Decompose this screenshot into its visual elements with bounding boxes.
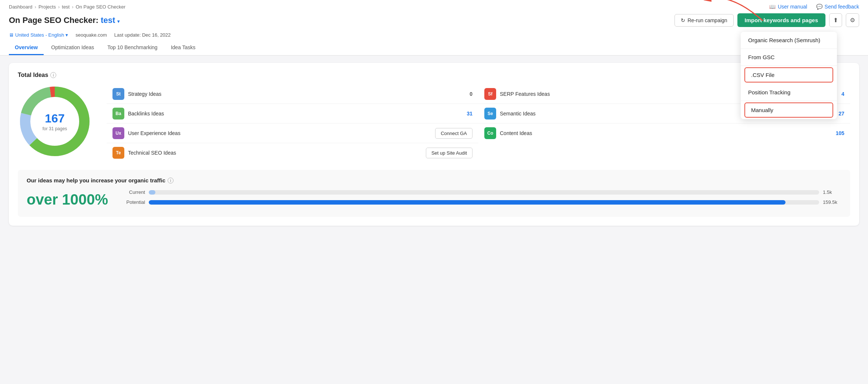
monitor-icon: 🖥 — [9, 32, 14, 38]
idea-technical-label: Technical SEO Ideas — [128, 150, 422, 156]
tabs-row: Overview Optimization Ideas Top 10 Bench… — [9, 41, 859, 55]
idea-content: Co Content Ideas 105 — [478, 124, 850, 143]
breadcrumb-test[interactable]: test — [62, 4, 70, 10]
dropdown-item-manually[interactable]: Manually — [744, 102, 833, 118]
badge-strategy: St — [112, 88, 124, 100]
page-title-accent: test — [101, 16, 115, 25]
dropdown-item-position[interactable]: Position Tracking — [741, 84, 837, 101]
send-feedback-icon: 💬 — [816, 4, 822, 10]
rerun-icon: ↻ — [681, 17, 685, 23]
breadcrumb: Dashboard › Projects › test › On Page SE… — [9, 4, 125, 10]
domain-label: seoquake.com — [75, 32, 107, 38]
import-keywords-button[interactable]: Import keywords and pages — [737, 13, 825, 27]
idea-backlinks-value: 31 — [467, 111, 472, 117]
idea-ux: Ux User Experience Ideas Connect GA — [107, 124, 478, 143]
badge-content: Co — [484, 127, 496, 139]
bar-potential-track — [149, 200, 819, 205]
dropdown-item-organic[interactable]: Organic Research (Semrush) — [741, 32, 837, 49]
import-dropdown: Organic Research (Semrush) From GSC .CSV… — [741, 32, 837, 119]
breadcrumb-current: On Page SEO Checker — [76, 4, 125, 10]
dropdown-item-gsc[interactable]: From GSC — [741, 49, 837, 66]
donut-chart: 167 for 31 pages — [18, 84, 92, 158]
tab-overview[interactable]: Overview — [9, 41, 44, 55]
idea-ux-label: User Experience Ideas — [128, 130, 431, 136]
site-audit-button[interactable]: Set up Site Audit — [426, 148, 472, 158]
traffic-title-label: Our ideas may help you increase your org… — [27, 177, 165, 183]
traffic-section: Our ideas may help you increase your org… — [18, 170, 850, 217]
user-manual-label: User manual — [778, 4, 807, 10]
tab-tasks-label: Idea Tasks — [171, 44, 196, 50]
breadcrumb-sep-2: › — [58, 4, 60, 10]
settings-button[interactable]: ⚙ — [846, 13, 859, 27]
badge-semantic: Se — [484, 108, 496, 119]
tab-optimization-label: Optimization Ideas — [51, 44, 94, 50]
top-links: 📖 User manual 💬 Send feedback — [769, 4, 859, 10]
country-chevron: ▾ — [65, 32, 68, 38]
idea-backlinks-label: Backlinks Ideas — [128, 111, 463, 117]
idea-strategy-label: Strategy Ideas — [128, 91, 466, 97]
traffic-bars: Current 1.5k Potential 159.5k — [123, 189, 841, 209]
bar-current: Current 1.5k — [123, 189, 841, 195]
donut-center: 167 for 31 pages — [43, 112, 67, 131]
rerun-campaign-button[interactable]: ↻ Re-run campaign — [674, 14, 733, 27]
bar-current-label: Current — [123, 189, 145, 195]
badge-ux: Ux — [112, 127, 124, 139]
breadcrumb-sep-1: › — [35, 4, 36, 10]
bar-current-value: 1.5k — [823, 189, 841, 195]
traffic-title: Our ideas may help you increase your org… — [27, 177, 841, 183]
idea-semantic-value: 27 — [838, 111, 844, 117]
total-ideas-title: Total Ideas i — [18, 72, 850, 78]
dropdown-manually-label: Manually — [751, 107, 773, 113]
idea-content-value: 105 — [836, 130, 844, 136]
tab-optimization[interactable]: Optimization Ideas — [45, 41, 100, 55]
connect-ga-button[interactable]: Connect GA — [435, 128, 472, 139]
tab-benchmarking-label: Top 10 Benchmarking — [107, 44, 157, 50]
idea-content-label: Content Ideas — [500, 130, 832, 136]
page-title-chevron[interactable]: ▾ — [117, 19, 120, 24]
rerun-label: Re-run campaign — [687, 17, 727, 23]
ideas-left: St Strategy Ideas 0 Ba Backlinks Ideas 3… — [107, 84, 478, 162]
user-manual-icon: 📖 — [769, 4, 776, 10]
title-actions: ↻ Re-run campaign Import keywords and pa… — [674, 13, 859, 27]
donut-count: 167 — [43, 112, 67, 125]
badge-serp: Sf — [484, 88, 496, 100]
breadcrumb-row: Dashboard › Projects › test › On Page SE… — [9, 0, 859, 11]
badge-backlinks: Ba — [112, 108, 124, 119]
export-button[interactable]: ⬆ — [829, 13, 842, 27]
traffic-body: over 1000% Current 1.5k Potential — [27, 189, 841, 209]
total-ideas-label: Total Ideas — [18, 72, 48, 78]
country-selector[interactable]: 🖥 United States - English ▾ — [9, 32, 68, 38]
dropdown-csv-label: .CSV File — [751, 72, 774, 78]
total-ideas-card: Total Ideas i 167 — [9, 63, 859, 226]
donut-sub: for 31 pages — [43, 126, 67, 131]
idea-technical: Te Technical SEO Ideas Set up Site Audit — [107, 143, 478, 162]
tab-tasks[interactable]: Idea Tasks — [165, 41, 202, 55]
import-label: Import keywords and pages — [745, 17, 818, 23]
idea-backlinks: Ba Backlinks Ideas 31 — [107, 104, 478, 124]
traffic-percentage: over 1000% — [27, 191, 108, 208]
dropdown-gsc-label: From GSC — [748, 54, 775, 60]
title-row: On Page SEO Checker: test ▾ ↻ Re-run cam… — [9, 11, 859, 31]
main-content: Total Ideas i 167 — [0, 55, 868, 233]
send-feedback-link[interactable]: 💬 Send feedback — [816, 4, 859, 10]
total-ideas-info-icon[interactable]: i — [50, 72, 56, 78]
breadcrumb-dashboard[interactable]: Dashboard — [9, 4, 33, 10]
idea-serp-value: 4 — [841, 91, 844, 97]
traffic-info-icon[interactable]: i — [168, 178, 174, 183]
settings-icon: ⚙ — [850, 17, 855, 23]
bar-potential-fill — [149, 200, 785, 205]
bar-potential-value: 159.5k — [823, 199, 841, 205]
breadcrumb-sep-3: › — [72, 4, 73, 10]
meta-row: 🖥 United States - English ▾ seoquake.com… — [9, 31, 859, 41]
page-title-static: On Page SEO Checker: — [9, 16, 98, 25]
tab-benchmarking[interactable]: Top 10 Benchmarking — [101, 41, 163, 55]
country-label: United States - English — [15, 32, 64, 38]
last-update-label: Last update: Dec 16, 2022 — [114, 32, 171, 38]
idea-strategy: St Strategy Ideas 0 — [107, 84, 478, 104]
page-title: On Page SEO Checker: test ▾ — [9, 16, 120, 25]
user-manual-link[interactable]: 📖 User manual — [769, 4, 807, 10]
bar-potential: Potential 159.5k — [123, 199, 841, 205]
card-body: 167 for 31 pages St Strategy Ideas 0 — [18, 84, 850, 162]
breadcrumb-projects[interactable]: Projects — [38, 4, 56, 10]
dropdown-item-csv[interactable]: .CSV File — [744, 67, 833, 82]
